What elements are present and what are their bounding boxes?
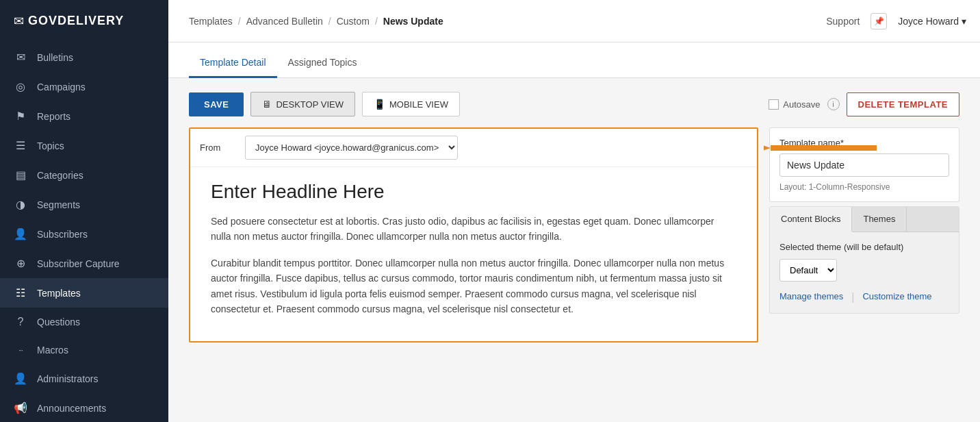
breadcrumb-templates[interactable]: Templates bbox=[189, 16, 233, 27]
sidebar-item-campaigns[interactable]: ◎ Campaigns bbox=[0, 72, 168, 101]
sidebar-item-announcements[interactable]: 📢 Announcements bbox=[0, 393, 168, 422]
top-nav-right: Support 📌 Joyce Howard ▾ bbox=[826, 13, 966, 29]
announcements-icon: 📢 bbox=[14, 401, 27, 414]
sidebar-item-bulletins[interactable]: ✉ Bulletins bbox=[0, 42, 168, 72]
theme-links: Manage themes | Customize theme bbox=[779, 291, 949, 303]
questions-icon: ? bbox=[14, 316, 27, 328]
layout-info: Layout: 1-Column-Responsive bbox=[779, 182, 949, 192]
email-body: Enter Headline Here Sed posuere consecte… bbox=[190, 167, 757, 341]
sidebar-item-label: Subscribers bbox=[37, 229, 88, 240]
desktop-view-label: DESKTOP VIEW bbox=[276, 99, 344, 110]
tab-assigned-topics[interactable]: Assigned Topics bbox=[277, 47, 368, 78]
email-paragraph-1: Sed posuere consectetur est at lobortis.… bbox=[211, 214, 736, 245]
sidebar-item-label: Questions bbox=[37, 316, 80, 327]
content-area: Template Detail Assigned Topics SAVE 🖥 D… bbox=[168, 42, 980, 422]
campaigns-icon: ◎ bbox=[14, 80, 27, 93]
support-label[interactable]: Support bbox=[826, 16, 860, 27]
theme-select[interactable]: Default bbox=[779, 259, 837, 282]
toolbar: SAVE 🖥 DESKTOP VIEW 📱 MOBILE VIEW Autosa… bbox=[189, 92, 959, 116]
template-name-input[interactable] bbox=[779, 153, 949, 177]
desktop-view-button[interactable]: 🖥 DESKTOP VIEW bbox=[250, 92, 355, 116]
breadcrumb-sep-2: / bbox=[328, 16, 331, 27]
sidebar-item-administrators[interactable]: 👤 Administrators bbox=[0, 364, 168, 393]
theme-links-sep: | bbox=[851, 291, 854, 303]
mobile-icon: 📱 bbox=[374, 99, 385, 110]
email-panel: From Joyce Howard <joyce.howard@granicus… bbox=[189, 127, 758, 343]
sidebar: ✉ Bulletins ◎ Campaigns ⚑ Reports ☰ Topi… bbox=[0, 42, 168, 422]
sidebar-item-label: Topics bbox=[37, 140, 64, 151]
breadcrumb-sep-1: / bbox=[238, 16, 241, 27]
mobile-view-label: MOBILE VIEW bbox=[389, 99, 448, 110]
delete-template-button[interactable]: DELETE TEMPLATE bbox=[847, 92, 959, 116]
autosave-checkbox[interactable] bbox=[769, 99, 779, 110]
email-paragraph-2: Curabitur blandit tempus porttitor. Done… bbox=[211, 256, 736, 317]
from-select[interactable]: Joyce Howard <joyce.howard@granicus.com> bbox=[245, 136, 458, 160]
sidebar-item-label: Administrators bbox=[37, 373, 98, 384]
subscribers-icon: 👤 bbox=[14, 227, 27, 240]
main-layout: ✉ Bulletins ◎ Campaigns ⚑ Reports ☰ Topi… bbox=[0, 42, 980, 422]
reports-icon: ⚑ bbox=[14, 110, 27, 123]
autosave-text: Autosave bbox=[783, 99, 820, 110]
manage-themes-link[interactable]: Manage themes bbox=[779, 291, 843, 303]
mobile-view-button[interactable]: 📱 MOBILE VIEW bbox=[362, 92, 460, 116]
template-name-card: Template name* Layout: 1-Column-Responsi… bbox=[769, 127, 959, 202]
bt-tab-content: Selected theme (will be default) Default… bbox=[770, 232, 959, 313]
sidebar-item-topics[interactable]: ☰ Topics bbox=[0, 131, 168, 160]
pin-icon[interactable]: 📌 bbox=[871, 13, 887, 29]
page-tabs: Template Detail Assigned Topics bbox=[168, 42, 980, 78]
email-headline: Enter Headline Here bbox=[211, 181, 736, 203]
sidebar-item-label: Macros bbox=[37, 345, 68, 356]
sidebar-item-label: Segments bbox=[37, 199, 80, 210]
sidebar-item-label: Categories bbox=[37, 170, 83, 181]
info-icon[interactable]: i bbox=[827, 98, 840, 110]
from-select-container: Joyce Howard <joyce.howard@granicus.com> bbox=[245, 136, 747, 160]
content-blocks-tab[interactable]: Content Blocks bbox=[770, 207, 852, 232]
bulletins-icon: ✉ bbox=[14, 51, 27, 64]
sidebar-item-segments[interactable]: ◑ Segments bbox=[0, 190, 168, 219]
categories-icon: ▤ bbox=[14, 169, 27, 182]
sidebar-item-label: Bulletins bbox=[37, 52, 73, 63]
logo-text: GOVDELIVERY bbox=[28, 14, 124, 28]
themes-tab[interactable]: Themes bbox=[852, 207, 907, 232]
segments-icon: ◑ bbox=[14, 198, 27, 211]
blocks-themes-card: Content Blocks Themes Selected theme (wi… bbox=[769, 206, 959, 314]
breadcrumb-custom[interactable]: Custom bbox=[337, 16, 370, 27]
customize-theme-link[interactable]: Customize theme bbox=[862, 291, 931, 303]
topics-icon: ☰ bbox=[14, 139, 27, 152]
sidebar-item-label: Subscriber Capture bbox=[37, 258, 120, 269]
breadcrumb-advanced-bulletin[interactable]: Advanced Bulletin bbox=[246, 16, 323, 27]
user-chevron: ▾ bbox=[962, 16, 966, 27]
selected-theme-label: Selected theme (will be default) bbox=[779, 242, 949, 252]
sidebar-item-macros[interactable]: ··· Macros bbox=[0, 336, 168, 364]
desktop-icon: 🖥 bbox=[262, 99, 272, 110]
sidebar-item-questions[interactable]: ? Questions bbox=[0, 308, 168, 336]
autosave-label[interactable]: Autosave bbox=[769, 99, 820, 110]
sidebar-item-label: Announcements bbox=[37, 403, 106, 414]
top-nav: ✉ GOVDELIVERY Templates / Advanced Bulle… bbox=[0, 0, 980, 42]
from-row: From Joyce Howard <joyce.howard@granicus… bbox=[190, 129, 757, 167]
user-menu[interactable]: Joyce Howard ▾ bbox=[898, 16, 966, 27]
editor-layout: From Joyce Howard <joyce.howard@granicus… bbox=[189, 127, 959, 343]
user-name: Joyce Howard bbox=[898, 16, 959, 27]
macros-icon: ··· bbox=[14, 347, 27, 354]
main-content: SAVE 🖥 DESKTOP VIEW 📱 MOBILE VIEW Autosa… bbox=[168, 78, 980, 356]
sidebar-item-subscriber-capture[interactable]: ⊕ Subscriber Capture bbox=[0, 249, 168, 278]
breadcrumb-current: News Update bbox=[383, 16, 443, 27]
sidebar-item-subscribers[interactable]: 👤 Subscribers bbox=[0, 219, 168, 249]
tab-template-detail[interactable]: Template Detail bbox=[189, 47, 277, 78]
logo-icon: ✉ bbox=[14, 14, 24, 29]
sidebar-item-templates[interactable]: ☷ Templates bbox=[0, 278, 168, 308]
logo: ✉ GOVDELIVERY bbox=[0, 0, 168, 42]
toolbar-right: Autosave i DELETE TEMPLATE bbox=[769, 92, 959, 116]
from-row-container: From Joyce Howard <joyce.howard@granicus… bbox=[190, 129, 757, 167]
save-button[interactable]: SAVE bbox=[189, 92, 244, 116]
blocks-themes-tabs: Content Blocks Themes bbox=[770, 207, 959, 232]
right-panel: Template name* Layout: 1-Column-Responsi… bbox=[769, 127, 959, 343]
sidebar-item-categories[interactable]: ▤ Categories bbox=[0, 160, 168, 190]
breadcrumb-sep-3: / bbox=[375, 16, 378, 27]
sidebar-item-label: Campaigns bbox=[37, 82, 86, 92]
from-label: From bbox=[200, 142, 234, 153]
sidebar-item-reports[interactable]: ⚑ Reports bbox=[0, 101, 168, 131]
sidebar-item-label: Templates bbox=[37, 288, 81, 299]
administrators-icon: 👤 bbox=[14, 372, 27, 385]
